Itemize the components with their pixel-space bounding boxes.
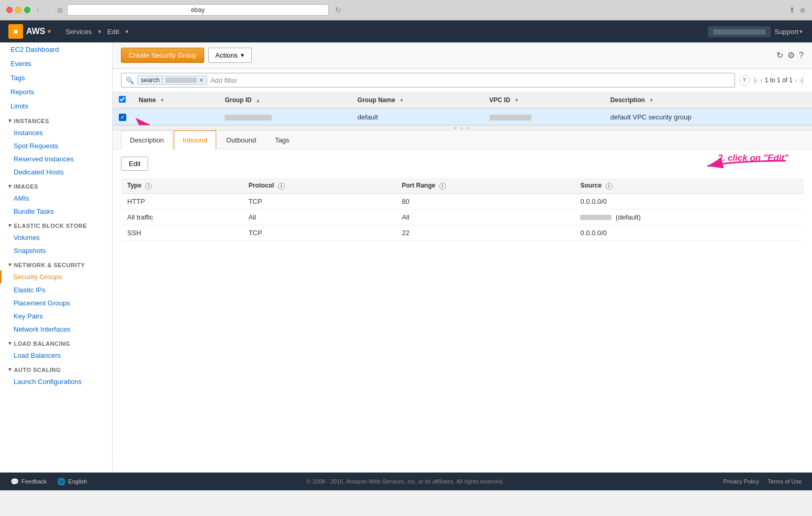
url-bar[interactable]: ebay <box>67 4 329 16</box>
privacy-policy-link[interactable]: Privacy Policy <box>724 478 759 485</box>
footer-center: © 2008 - 2016, Amazon Web Services, Inc.… <box>307 478 504 485</box>
inbound-source-0: 0.0.0.0/0 <box>574 193 804 209</box>
sidebar-item-launch-configurations[interactable]: Launch Configurations <box>0 375 112 388</box>
col-description-sort[interactable]: ▼ <box>649 97 654 103</box>
col-description: Description ▼ <box>604 92 812 108</box>
page-prev[interactable]: ‹ <box>760 76 763 84</box>
help-button[interactable]: ? <box>799 51 804 60</box>
port-info-icon[interactable]: i <box>439 183 446 190</box>
page-last[interactable]: ›| <box>799 76 804 84</box>
table-row[interactable]: ✓ default default VPC security group <box>113 108 812 125</box>
feedback-link[interactable]: 💬 Feedback <box>10 478 47 486</box>
create-security-group-button[interactable]: Create Security Group <box>121 48 204 63</box>
pagination: |‹ ‹ 1 to 1 of 1 › ›| <box>754 76 804 84</box>
inbound-protocol-0: TCP <box>242 193 396 209</box>
edit-button[interactable]: Edit <box>121 157 148 171</box>
actions-button[interactable]: Actions ▼ <box>208 48 252 63</box>
aws-topnav: ■ AWS ▼ Services ▼ Edit ▼ Support ▼ <box>0 20 812 42</box>
sidebar-item-tags[interactable]: Tags <box>0 71 112 85</box>
tab-inbound[interactable]: Inbound <box>174 130 216 149</box>
inbound-type-2: SSH <box>121 225 242 240</box>
sidebar-item-ec2-dashboard[interactable]: EC2 Dashboard <box>0 42 112 57</box>
type-info-icon[interactable]: i <box>145 183 152 190</box>
sidebar-item-bundle-tasks[interactable]: Bundle Tasks <box>0 205 112 218</box>
select-all-checkbox[interactable] <box>119 96 126 103</box>
sidebar-item-spot-requests[interactable]: Spot Requests <box>0 139 112 152</box>
search-tag-close[interactable]: ✕ <box>199 77 204 84</box>
aws-brand[interactable]: AWS <box>26 27 45 36</box>
sidebar-item-placement-groups[interactable]: Placement Groups <box>0 297 112 310</box>
inbound-port-2: 22 <box>395 225 574 240</box>
row-checkbox[interactable]: ✓ <box>119 114 126 121</box>
nav-forward[interactable]: › <box>46 5 52 15</box>
resize-handle[interactable]: • • • <box>113 125 812 130</box>
annotation-edit: 2. click on "Edit" <box>692 150 796 178</box>
inbound-port-0: 80 <box>395 193 574 209</box>
security-groups-table: Name ▼ Group ID ▲ Group Name ▼ VPC ID <box>113 92 812 125</box>
protocol-info-icon[interactable]: i <box>278 183 285 190</box>
settings-button[interactable]: ⚙ <box>787 50 795 60</box>
sidebar-item-instances[interactable]: Instances <box>0 126 112 139</box>
source-info-icon[interactable]: i <box>606 183 613 190</box>
page-next[interactable]: › <box>795 76 797 84</box>
services-menu[interactable]: Services <box>60 20 97 42</box>
col-group-name-sort[interactable]: ▼ <box>399 97 404 103</box>
sidebar-item-dedicated-hosts[interactable]: Dedicated Hosts <box>0 166 112 179</box>
support-menu[interactable]: Support <box>775 28 799 36</box>
detail-tabs: Description Inbound Outbound Tags <box>113 130 812 149</box>
table-header-row: Name ▼ Group ID ▲ Group Name ▼ VPC ID <box>113 92 812 108</box>
content-area: Create Security Group Actions ▼ ↻ ⚙ ? 🔍 … <box>113 42 812 473</box>
close-btn[interactable] <box>6 7 13 13</box>
footer-right: Privacy Policy Terms of Use <box>724 478 802 485</box>
language-selector[interactable]: 🌐 English <box>57 478 87 486</box>
refresh-button[interactable]: ↻ <box>776 50 783 60</box>
window-btn[interactable]: ⊞ <box>57 6 63 14</box>
sidebar-item-reserved-instances[interactable]: Reserved Instances <box>0 152 112 166</box>
search-input-wrapper[interactable]: 🔍 search : ✕ Add filter <box>121 73 735 87</box>
sidebar-item-reports[interactable]: Reports <box>0 85 112 99</box>
inbound-row-1: All traffic All All (default) <box>121 209 804 225</box>
traffic-lights <box>6 7 30 13</box>
search-help-button[interactable]: ? <box>739 75 750 85</box>
sidebar-item-load-balancers[interactable]: Load Balancers <box>0 349 112 362</box>
section-images: ▾ IMAGES <box>0 179 112 192</box>
sidebar-item-elastic-ips[interactable]: Elastic IPs <box>0 283 112 297</box>
sidebar-item-amis[interactable]: AMIs <box>0 192 112 205</box>
aws-brand-arrow[interactable]: ▼ <box>46 28 52 35</box>
sidebar-item-volumes[interactable]: Volumes <box>0 231 112 244</box>
nav-back[interactable]: ‹ <box>35 5 41 15</box>
inbound-protocol-2: TCP <box>242 225 396 240</box>
page-first[interactable]: |‹ <box>754 76 758 84</box>
edit-menu[interactable]: Edit <box>102 20 124 42</box>
minimize-btn[interactable] <box>15 7 21 13</box>
aws-logo: ■ <box>8 24 23 39</box>
annotation-arrow-2 <box>692 150 796 177</box>
tab-tags[interactable]: Tags <box>266 130 298 149</box>
tab-outbound[interactable]: Outbound <box>217 130 265 149</box>
row-description: default VPC security group <box>604 108 812 125</box>
add-filter-text[interactable]: Add filter <box>210 76 237 84</box>
table-section: Name ▼ Group ID ▲ Group Name ▼ VPC ID <box>113 92 812 125</box>
support-arrow: ▼ <box>798 29 804 35</box>
col-port-range: Port Range i <box>395 178 574 193</box>
maximize-btn[interactable] <box>24 7 30 13</box>
sidebar-item-key-pairs[interactable]: Key Pairs <box>0 310 112 323</box>
detail-panel: Description Inbound Outbound Tags <box>113 130 812 473</box>
sidebar-item-snapshots[interactable]: Snapshots <box>0 244 112 257</box>
terms-of-use-link[interactable]: Terms of Use <box>767 478 802 485</box>
reload-btn[interactable]: ↻ <box>335 6 341 14</box>
col-group-id-sort[interactable]: ▲ <box>255 97 261 103</box>
sidebar-item-network-interfaces[interactable]: Network Interfaces <box>0 323 112 336</box>
col-source: Source i <box>574 178 804 193</box>
new-tab-btn[interactable]: ⊕ <box>799 6 806 14</box>
sidebar-item-events[interactable]: Events <box>0 57 112 71</box>
row-group-id <box>218 108 351 125</box>
chat-icon: 💬 <box>10 478 19 486</box>
col-vpc-id-sort[interactable]: ▼ <box>514 97 519 103</box>
row-name <box>132 108 218 125</box>
sidebar-item-limits[interactable]: Limits <box>0 99 112 113</box>
share-btn[interactable]: ⬆ <box>789 6 795 14</box>
col-name-sort[interactable]: ▼ <box>160 97 165 103</box>
sidebar-item-security-groups[interactable]: Security Groups <box>0 270 112 283</box>
tab-description[interactable]: Description <box>121 130 173 149</box>
